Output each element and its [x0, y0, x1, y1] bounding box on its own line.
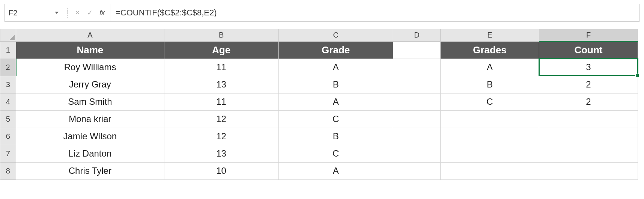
formula-bar: F2 ✕ ✓ fx: [5, 4, 639, 22]
row-1: 1 Name Age Grade Grades Count: [0, 41, 638, 59]
row-header-7[interactable]: 7: [0, 145, 16, 162]
row-6: 6 Jamie Wilson 12 B: [0, 128, 638, 145]
cell-C1[interactable]: Grade: [278, 41, 393, 59]
cell-E4[interactable]: C: [440, 93, 539, 110]
row-header-1[interactable]: 1: [0, 41, 16, 59]
cell-A7[interactable]: Liz Danton: [16, 145, 164, 162]
accept-formula-icon[interactable]: ✓: [87, 9, 93, 17]
name-box[interactable]: F2: [5, 4, 61, 21]
name-box-dropdown-icon[interactable]: [55, 12, 59, 14]
cell-F3[interactable]: 2: [539, 76, 638, 93]
cell-F5[interactable]: [539, 110, 638, 128]
cell-B5[interactable]: 12: [164, 110, 278, 128]
cell-D6[interactable]: [393, 128, 440, 145]
cell-A1[interactable]: Name: [16, 41, 164, 59]
cell-D1[interactable]: [393, 41, 440, 59]
select-all-corner[interactable]: [0, 29, 16, 41]
cell-E1[interactable]: Grades: [440, 41, 539, 59]
cell-C5[interactable]: C: [278, 110, 393, 128]
cell-A4[interactable]: Sam Smith: [16, 93, 164, 110]
cell-B4[interactable]: 11: [164, 93, 278, 110]
row-7: 7 Liz Danton 13 C: [0, 145, 638, 162]
cell-E5[interactable]: [440, 110, 539, 128]
fx-icon[interactable]: fx: [99, 9, 105, 17]
cell-B2[interactable]: 11: [164, 59, 278, 76]
cell-E3[interactable]: B: [440, 76, 539, 93]
cell-B8[interactable]: 10: [164, 162, 278, 179]
cell-F8[interactable]: [539, 162, 638, 179]
cell-A6[interactable]: Jamie Wilson: [16, 128, 164, 145]
cell-A8[interactable]: Chris Tyler: [16, 162, 164, 179]
cell-C2[interactable]: A: [278, 59, 393, 76]
col-header-B[interactable]: B: [164, 29, 278, 41]
cell-C4[interactable]: A: [278, 93, 393, 110]
cell-D7[interactable]: [393, 145, 440, 162]
row-3: 3 Jerry Gray 13 B B 2: [0, 76, 638, 93]
cell-E2[interactable]: A: [440, 59, 539, 76]
cell-A5[interactable]: Mona kriar: [16, 110, 164, 128]
cell-F1[interactable]: Count: [539, 41, 638, 59]
row-5: 5 Mona kriar 12 C: [0, 110, 638, 128]
cell-C8[interactable]: A: [278, 162, 393, 179]
cell-D4[interactable]: [393, 93, 440, 110]
cell-D2[interactable]: [393, 59, 440, 76]
name-box-value: F2: [9, 9, 17, 17]
col-header-E[interactable]: E: [440, 29, 539, 41]
cell-B1[interactable]: Age: [164, 41, 278, 59]
row-8: 8 Chris Tyler 10 A: [0, 162, 638, 179]
cell-C6[interactable]: B: [278, 128, 393, 145]
cell-B7[interactable]: 13: [164, 145, 278, 162]
col-header-D[interactable]: D: [393, 29, 440, 41]
cell-E7[interactable]: [440, 145, 539, 162]
cell-B3[interactable]: 13: [164, 76, 278, 93]
spreadsheet-grid: A B C D E F 1 Name Age Grade Grades Coun…: [0, 29, 644, 180]
grid-table: A B C D E F 1 Name Age Grade Grades Coun…: [0, 29, 638, 180]
cell-F7[interactable]: [539, 145, 638, 162]
row-header-4[interactable]: 4: [0, 93, 16, 110]
row-header-6[interactable]: 6: [0, 128, 16, 145]
formula-input[interactable]: [110, 4, 639, 21]
cell-A2[interactable]: Roy Williams: [16, 59, 164, 76]
cell-C3[interactable]: B: [278, 76, 393, 93]
cell-E8[interactable]: [440, 162, 539, 179]
row-2: 2 Roy Williams 11 A A 3: [0, 59, 638, 76]
row-header-3[interactable]: 3: [0, 76, 16, 93]
cell-D3[interactable]: [393, 76, 440, 93]
formula-controls: ✕ ✓ fx: [61, 4, 110, 21]
formula-input-wrap: [110, 4, 639, 21]
col-header-F[interactable]: F: [539, 29, 638, 41]
cell-C7[interactable]: C: [278, 145, 393, 162]
row-4: 4 Sam Smith 11 A C 2: [0, 93, 638, 110]
separator-dots-icon: [66, 8, 68, 18]
cell-F2[interactable]: 3: [539, 59, 638, 76]
col-header-C[interactable]: C: [278, 29, 393, 41]
column-header-row: A B C D E F: [0, 29, 638, 41]
cell-B6[interactable]: 12: [164, 128, 278, 145]
cell-E6[interactable]: [440, 128, 539, 145]
cell-D8[interactable]: [393, 162, 440, 179]
cancel-formula-icon[interactable]: ✕: [75, 9, 80, 17]
cell-F6[interactable]: [539, 128, 638, 145]
row-header-8[interactable]: 8: [0, 162, 16, 179]
row-header-2[interactable]: 2: [0, 59, 16, 76]
cell-F4[interactable]: 2: [539, 93, 638, 110]
col-header-A[interactable]: A: [16, 29, 164, 41]
cell-A3[interactable]: Jerry Gray: [16, 76, 164, 93]
cell-D5[interactable]: [393, 110, 440, 128]
row-header-5[interactable]: 5: [0, 110, 16, 128]
